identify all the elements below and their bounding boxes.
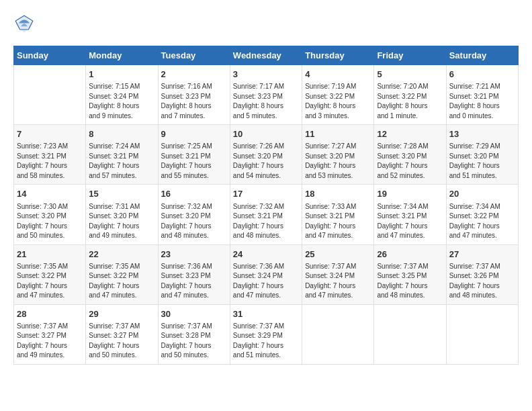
day-number: 2 [161, 68, 227, 81]
day-info: Sunrise: 7:24 AM Sunset: 3:21 PM Dayligh… [89, 142, 154, 181]
calendar-cell: 9Sunrise: 7:25 AM Sunset: 3:21 PM Daylig… [158, 125, 230, 185]
day-info: Sunrise: 7:27 AM Sunset: 3:20 PM Dayligh… [305, 142, 371, 181]
day-info: Sunrise: 7:35 AM Sunset: 3:22 PM Dayligh… [89, 262, 154, 301]
day-number: 25 [305, 248, 371, 261]
calendar-cell: 8Sunrise: 7:24 AM Sunset: 3:21 PM Daylig… [86, 125, 158, 185]
calendar-cell [446, 304, 518, 364]
calendar-cell: 23Sunrise: 7:36 AM Sunset: 3:23 PM Dayli… [158, 244, 230, 304]
day-number: 9 [161, 128, 227, 140]
day-info: Sunrise: 7:34 AM Sunset: 3:22 PM Dayligh… [449, 202, 515, 241]
day-number: 8 [89, 128, 154, 140]
calendar-cell: 1Sunrise: 7:15 AM Sunset: 3:24 PM Daylig… [86, 65, 158, 125]
logo-icon [13, 13, 35, 35]
day-number: 16 [161, 188, 227, 200]
day-number: 7 [17, 128, 83, 140]
calendar-cell: 6Sunrise: 7:21 AM Sunset: 3:21 PM Daylig… [446, 65, 518, 125]
calendar-cell [374, 304, 446, 364]
column-header-thursday: Thursday [302, 46, 374, 65]
calendar-cell: 14Sunrise: 7:30 AM Sunset: 3:20 PM Dayli… [14, 185, 86, 244]
day-number: 23 [161, 248, 227, 261]
day-info: Sunrise: 7:20 AM Sunset: 3:22 PM Dayligh… [377, 82, 443, 121]
day-info: Sunrise: 7:36 AM Sunset: 3:23 PM Dayligh… [161, 262, 227, 301]
day-info: Sunrise: 7:37 AM Sunset: 3:29 PM Dayligh… [233, 322, 299, 361]
calendar-cell: 5Sunrise: 7:20 AM Sunset: 3:22 PM Daylig… [374, 65, 446, 125]
day-info: Sunrise: 7:17 AM Sunset: 3:23 PM Dayligh… [233, 82, 299, 121]
day-number: 28 [17, 308, 83, 320]
day-info: Sunrise: 7:37 AM Sunset: 3:27 PM Dayligh… [17, 322, 83, 361]
day-number: 12 [377, 128, 443, 140]
day-number: 18 [305, 188, 371, 200]
day-number: 30 [161, 308, 227, 320]
day-info: Sunrise: 7:15 AM Sunset: 3:24 PM Dayligh… [89, 82, 154, 121]
calendar-table: SundayMondayTuesdayWednesdayThursdayFrid… [13, 46, 519, 365]
calendar-cell [302, 304, 374, 364]
day-info: Sunrise: 7:26 AM Sunset: 3:20 PM Dayligh… [233, 142, 299, 181]
calendar-cell: 28Sunrise: 7:37 AM Sunset: 3:27 PM Dayli… [14, 304, 86, 364]
calendar-cell: 26Sunrise: 7:37 AM Sunset: 3:25 PM Dayli… [374, 244, 446, 304]
column-header-wednesday: Wednesday [230, 46, 302, 65]
day-info: Sunrise: 7:23 AM Sunset: 3:21 PM Dayligh… [17, 142, 83, 181]
column-header-tuesday: Tuesday [158, 46, 230, 65]
calendar-cell: 27Sunrise: 7:37 AM Sunset: 3:26 PM Dayli… [446, 244, 518, 304]
day-info: Sunrise: 7:30 AM Sunset: 3:20 PM Dayligh… [17, 202, 83, 241]
calendar-cell: 13Sunrise: 7:29 AM Sunset: 3:20 PM Dayli… [446, 125, 518, 185]
calendar-cell: 15Sunrise: 7:31 AM Sunset: 3:20 PM Dayli… [86, 185, 158, 244]
day-number: 3 [233, 68, 299, 81]
day-info: Sunrise: 7:36 AM Sunset: 3:24 PM Dayligh… [233, 262, 299, 301]
calendar-week-3: 14Sunrise: 7:30 AM Sunset: 3:20 PM Dayli… [14, 185, 519, 244]
day-number: 4 [305, 68, 371, 81]
calendar-week-5: 28Sunrise: 7:37 AM Sunset: 3:27 PM Dayli… [14, 304, 519, 364]
calendar-cell: 24Sunrise: 7:36 AM Sunset: 3:24 PM Dayli… [230, 244, 302, 304]
day-info: Sunrise: 7:35 AM Sunset: 3:22 PM Dayligh… [17, 262, 83, 301]
column-header-friday: Friday [374, 46, 446, 65]
calendar-cell: 31Sunrise: 7:37 AM Sunset: 3:29 PM Dayli… [230, 304, 302, 364]
calendar-cell: 17Sunrise: 7:32 AM Sunset: 3:21 PM Dayli… [230, 185, 302, 244]
day-info: Sunrise: 7:19 AM Sunset: 3:22 PM Dayligh… [305, 82, 371, 121]
day-info: Sunrise: 7:32 AM Sunset: 3:21 PM Dayligh… [233, 202, 299, 241]
day-number: 20 [449, 188, 515, 200]
calendar-cell: 10Sunrise: 7:26 AM Sunset: 3:20 PM Dayli… [230, 125, 302, 185]
day-number: 15 [89, 188, 154, 200]
header-row: SundayMondayTuesdayWednesdayThursdayFrid… [14, 46, 519, 65]
calendar-week-2: 7Sunrise: 7:23 AM Sunset: 3:21 PM Daylig… [14, 125, 519, 185]
day-number: 14 [17, 188, 83, 200]
day-number: 31 [233, 308, 299, 320]
calendar-cell: 25Sunrise: 7:37 AM Sunset: 3:24 PM Dayli… [302, 244, 374, 304]
calendar-cell: 19Sunrise: 7:34 AM Sunset: 3:21 PM Dayli… [374, 185, 446, 244]
day-info: Sunrise: 7:29 AM Sunset: 3:20 PM Dayligh… [449, 142, 515, 181]
day-info: Sunrise: 7:37 AM Sunset: 3:26 PM Dayligh… [449, 262, 515, 301]
day-number: 1 [89, 68, 154, 81]
day-info: Sunrise: 7:34 AM Sunset: 3:21 PM Dayligh… [377, 202, 443, 241]
day-info: Sunrise: 7:37 AM Sunset: 3:24 PM Dayligh… [305, 262, 371, 301]
day-info: Sunrise: 7:28 AM Sunset: 3:20 PM Dayligh… [377, 142, 443, 181]
calendar-cell: 30Sunrise: 7:37 AM Sunset: 3:28 PM Dayli… [158, 304, 230, 364]
column-header-saturday: Saturday [446, 46, 518, 65]
calendar-cell: 4Sunrise: 7:19 AM Sunset: 3:22 PM Daylig… [302, 65, 374, 125]
column-header-monday: Monday [86, 46, 158, 65]
day-number: 5 [377, 68, 443, 81]
calendar-cell: 12Sunrise: 7:28 AM Sunset: 3:20 PM Dayli… [374, 125, 446, 185]
day-number: 17 [233, 188, 299, 200]
column-header-sunday: Sunday [14, 46, 86, 65]
calendar-cell: 29Sunrise: 7:37 AM Sunset: 3:27 PM Dayli… [86, 304, 158, 364]
day-info: Sunrise: 7:37 AM Sunset: 3:25 PM Dayligh… [377, 262, 443, 301]
day-number: 21 [17, 248, 83, 261]
calendar-cell: 21Sunrise: 7:35 AM Sunset: 3:22 PM Dayli… [14, 244, 86, 304]
day-info: Sunrise: 7:37 AM Sunset: 3:28 PM Dayligh… [161, 322, 227, 361]
calendar-cell: 3Sunrise: 7:17 AM Sunset: 3:23 PM Daylig… [230, 65, 302, 125]
calendar-cell: 16Sunrise: 7:32 AM Sunset: 3:20 PM Dayli… [158, 185, 230, 244]
day-number: 11 [305, 128, 371, 140]
day-info: Sunrise: 7:31 AM Sunset: 3:20 PM Dayligh… [89, 202, 154, 241]
calendar-cell: 7Sunrise: 7:23 AM Sunset: 3:21 PM Daylig… [14, 125, 86, 185]
day-number: 19 [377, 188, 443, 200]
day-info: Sunrise: 7:16 AM Sunset: 3:23 PM Dayligh… [161, 82, 227, 121]
day-info: Sunrise: 7:33 AM Sunset: 3:21 PM Dayligh… [305, 202, 371, 241]
day-info: Sunrise: 7:37 AM Sunset: 3:27 PM Dayligh… [89, 322, 154, 361]
day-number: 6 [449, 68, 515, 81]
calendar-cell: 11Sunrise: 7:27 AM Sunset: 3:20 PM Dayli… [302, 125, 374, 185]
calendar-cell: 18Sunrise: 7:33 AM Sunset: 3:21 PM Dayli… [302, 185, 374, 244]
day-number: 22 [89, 248, 154, 261]
day-number: 26 [377, 248, 443, 261]
day-number: 24 [233, 248, 299, 261]
calendar-week-4: 21Sunrise: 7:35 AM Sunset: 3:22 PM Dayli… [14, 244, 519, 304]
